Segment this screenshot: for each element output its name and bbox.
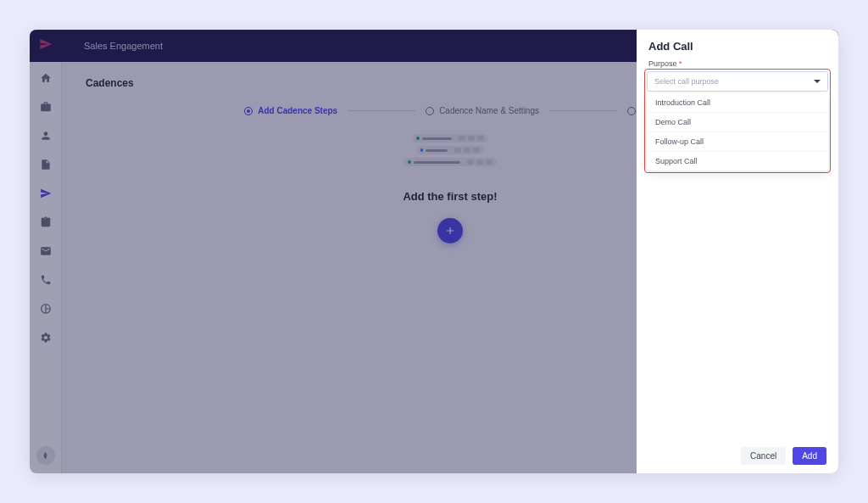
add-button[interactable]: Add — [793, 447, 826, 465]
option-introduction-call[interactable]: Introduction Call — [647, 93, 828, 113]
panel-footer: Cancel Add — [637, 439, 838, 473]
cancel-button[interactable]: Cancel — [741, 447, 786, 465]
panel-header: Add Call — [637, 30, 838, 59]
purpose-select[interactable]: Select call purpose — [647, 71, 828, 92]
purpose-label: Purpose * — [648, 59, 826, 68]
option-demo-call[interactable]: Demo Call — [647, 113, 828, 132]
highlight-annotation: Select call purpose Introduction Call De… — [644, 69, 831, 173]
purpose-dropdown: Introduction Call Demo Call Follow-up Ca… — [647, 93, 828, 170]
panel-title: Add Call — [648, 40, 826, 53]
select-placeholder: Select call purpose — [654, 77, 719, 86]
option-follow-up-call[interactable]: Follow-up Call — [647, 132, 828, 152]
caret-down-icon — [814, 80, 821, 83]
add-call-panel: Add Call Purpose * Select call purpose I… — [637, 30, 838, 473]
option-support-call[interactable]: Support Call — [647, 152, 828, 170]
